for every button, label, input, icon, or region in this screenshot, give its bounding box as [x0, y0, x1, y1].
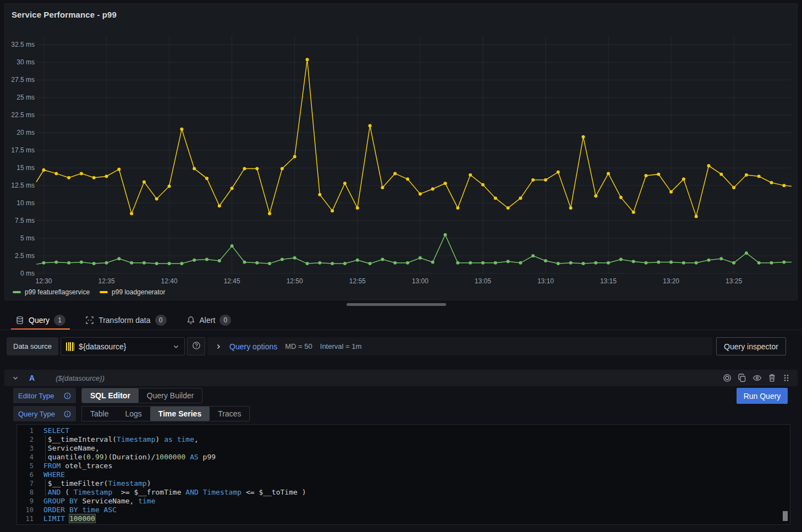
data-point [381, 186, 384, 189]
data-point [469, 173, 472, 177]
horizontal-scrollbar[interactable] [0, 303, 802, 306]
data-point [419, 192, 422, 195]
line-number: 1 [17, 426, 34, 435]
line-number: 4 [17, 453, 34, 462]
query-options-toggle[interactable]: Query options [229, 342, 277, 351]
code-text: WHERE [43, 470, 65, 479]
data-point [142, 180, 146, 184]
data-point [406, 261, 409, 265]
info-circle-icon[interactable] [64, 392, 71, 399]
data-point [67, 261, 70, 265]
data-point [155, 197, 158, 200]
legend-swatch [100, 291, 108, 293]
option-time-series[interactable]: Time Series [150, 407, 210, 421]
data-point [255, 167, 259, 170]
data-point [431, 188, 435, 191]
option-logs[interactable]: Logs [117, 407, 150, 421]
datasource-picker[interactable]: ${datasource} [61, 337, 185, 355]
editor-type-label: Editor Type [13, 388, 76, 403]
tab-transform-data[interactable]: Transform data 0 [85, 311, 166, 329]
option-table[interactable]: Table [82, 407, 117, 421]
code-line: 3 ServiceName, [17, 444, 790, 453]
indent-guide [45, 453, 46, 462]
data-point [544, 259, 547, 262]
chart-legend: p99 featureflagservice p99 loadgenerator [13, 288, 166, 296]
chevron-right-icon[interactable] [215, 343, 222, 350]
data-point [607, 172, 610, 175]
query-type-label: Query Type [13, 406, 76, 421]
y-tick-label: 32.5 ms [11, 41, 35, 48]
code-line: 11LIMIT 100000 [17, 514, 790, 523]
data-point [719, 173, 723, 176]
data-point [757, 174, 761, 178]
data-point [657, 173, 660, 176]
data-point [443, 182, 447, 185]
query-row-header[interactable]: A (${datasource}) [4, 370, 798, 386]
data-point [369, 262, 372, 265]
data-point [782, 261, 785, 264]
x-tick-label: 12:45 [224, 277, 240, 285]
data-point [757, 261, 761, 265]
timeseries-chart[interactable]: 0 ms2.5 ms5 ms7.5 ms10 ms12.5 ms15 ms17.… [10, 25, 793, 286]
line-number: 9 [17, 497, 34, 506]
code-text: AND ( Timestamp >= $__fromTime AND Times… [43, 488, 306, 497]
query-ref-id[interactable]: A [29, 374, 35, 382]
tab-label: Transform data [98, 316, 150, 325]
option-query-builder[interactable]: Query Builder [139, 388, 202, 403]
y-tick-label: 5 ms [20, 234, 35, 242]
indent-guide [45, 488, 46, 497]
editor-tabs: Query 1 Transform data 0 Alert 0 [15, 311, 231, 329]
data-point [306, 58, 309, 61]
data-point [356, 259, 359, 262]
tab-label: Query [29, 316, 50, 325]
data-point [42, 168, 46, 172]
data-point [695, 261, 698, 265]
code-line: 4 quantile(0.99)(Duration)/1000000 AS p9… [17, 453, 790, 462]
query-actions [723, 374, 790, 382]
scrollbar-thumb[interactable] [347, 303, 446, 306]
delete-query-button[interactable] [768, 374, 776, 382]
info-circle-icon[interactable] [64, 410, 71, 418]
y-tick-label: 2.5 ms [15, 252, 35, 260]
y-tick-label: 10 ms [17, 199, 35, 207]
code-text: ORDER BY time ASC [43, 506, 117, 514]
collapse-query-icon[interactable] [12, 375, 19, 381]
data-point [180, 128, 183, 131]
data-point [531, 254, 535, 257]
code-text: FROM otel_traces [43, 462, 112, 470]
option-sql-editor[interactable]: SQL Editor [82, 388, 139, 403]
hide-query-button[interactable] [752, 374, 762, 382]
x-tick-label: 13:15 [600, 277, 617, 285]
data-point [519, 196, 522, 200]
clickhouse-logo-icon [66, 342, 74, 351]
data-point [770, 261, 773, 265]
x-tick-label: 13:10 [537, 277, 554, 285]
option-traces[interactable]: Traces [210, 407, 249, 421]
query-datasource-hint: (${datasource}) [56, 374, 105, 382]
query-inspector-button[interactable]: Query inspector [716, 337, 786, 355]
drag-handle-icon[interactable] [782, 374, 790, 382]
tab-alert[interactable]: Alert 0 [186, 311, 232, 329]
data-point [632, 260, 635, 263]
data-point [168, 262, 171, 265]
data-point [569, 206, 573, 210]
data-point [281, 167, 284, 170]
legend-item-loadgenerator[interactable]: p99 loadgenerator [100, 288, 165, 296]
run-query-button[interactable]: Run Query [737, 388, 788, 404]
code-text: $__timeFilter(Timestamp) [43, 479, 151, 488]
y-tick-label: 12.5 ms [11, 182, 35, 189]
code-line: 8 AND ( Timestamp >= $__fromTime AND Tim… [17, 488, 790, 497]
data-point [531, 178, 535, 182]
tab-query[interactable]: Query 1 [15, 311, 65, 329]
y-tick-label: 7.5 ms [15, 217, 35, 224]
duplicate-query-button[interactable] [738, 374, 746, 382]
data-point [230, 187, 234, 190]
query-options-bar: Query options MD = 50 Interval = 1m [207, 337, 712, 355]
datasource-help-button[interactable] [187, 337, 205, 355]
sql-code-editor[interactable]: 1SELECT2 $__timeInterval(Timestamp) as t… [17, 424, 790, 525]
line-number: 2 [17, 435, 34, 444]
data-point [569, 261, 573, 265]
disable-query-button[interactable] [723, 374, 732, 382]
data-point [594, 194, 597, 198]
legend-item-featureflagservice[interactable]: p99 featureflagservice [13, 288, 90, 296]
